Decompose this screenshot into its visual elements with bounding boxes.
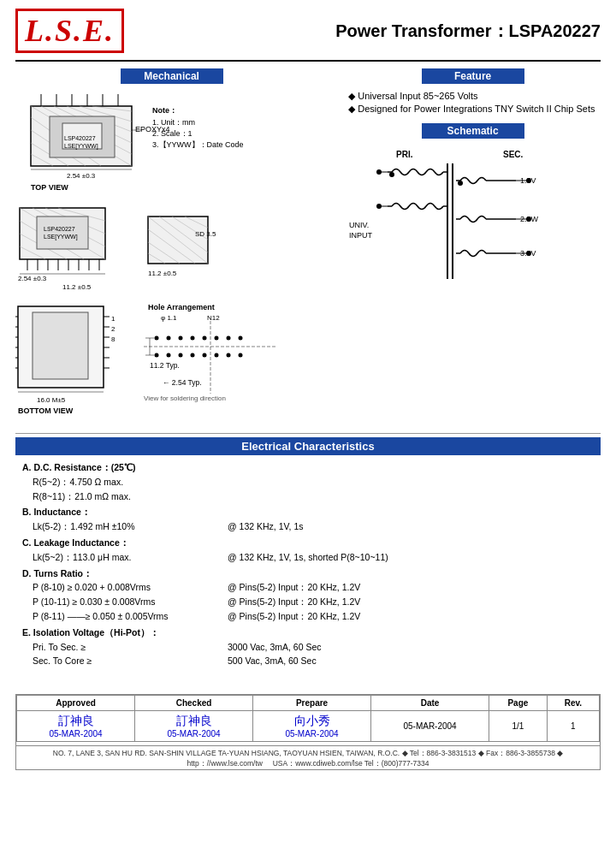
footer-checked-cell: 訂神良 05-MAR-2004 (135, 711, 253, 742)
svg-text:LSE[YYWW]: LSE[YYWW] (64, 143, 98, 150)
usa-value: USA：www.cdiweb.com/lse Tel：(800)777-7334 (273, 759, 429, 768)
electrical-header: Electrical Characteristics (15, 437, 601, 455)
feature-item-2: Designed for Power Integrations TNY Swit… (348, 104, 601, 115)
middle-diagrams-svg: LSP420227 LSE[YYWW] 2.54 ±0.3 11.2 (15, 204, 281, 298)
elec-d-left3: P (8-11) ——≥ 0.050 ± 0.005Vrms (22, 609, 210, 624)
mechanical-section: Mechanical (15, 68, 328, 421)
page: L.S.E. Power Transformer：LSPA20227 Mecha… (0, 0, 616, 866)
elec-section-b-label: B. Inductance： (22, 505, 601, 519)
header-title: Power Transformer：LSPA20227 (335, 20, 601, 43)
bottom-diagrams: 16.0 M±5 15.0 M±3 1 2 8 BOTTOM VIEW Hole… (15, 300, 328, 421)
bottom-address: NO. 7, LANE 3, SAN HU RD. SAN-SHIN VILLA… (16, 745, 600, 769)
top-view-diagram: EPOXYx4 LSP420227 LSE[YYWW] 2.54 ±0.3 TO… (15, 87, 328, 200)
svg-point-89 (179, 336, 183, 341)
svg-point-131 (376, 204, 382, 209)
svg-rect-74 (33, 312, 88, 379)
title-prefix: Power Transformer： (335, 21, 508, 40)
elec-d-right2: @ Pins(5-2) Input：20 KHz, 1.2V (228, 595, 360, 609)
svg-point-133 (526, 178, 531, 183)
svg-text:INPUT: INPUT (349, 231, 373, 240)
schematic-diagram: PRI. SEC. UNIV. INPUT (345, 142, 601, 298)
mechanical-label: Mechanical (121, 68, 223, 84)
svg-text:2. Scale：1: 2. Scale：1 (152, 129, 192, 138)
tel-value: Tel：886-3-3831513 (410, 749, 477, 757)
svg-text:View for soldering direction: View for soldering direction (144, 394, 226, 402)
svg-text:N12: N12 (207, 314, 220, 322)
elec-section-e-label: E. Isolation Voltage（Hi-Pot）： (22, 626, 601, 640)
svg-text:1: 1 (111, 315, 116, 323)
svg-text:2.54 ±0.3: 2.54 ±0.3 (18, 275, 47, 282)
footer-col-approved: Approved (17, 696, 135, 711)
svg-point-100 (215, 353, 219, 358)
schematic-label: Schematic (422, 123, 524, 139)
feature-list: Universal Input 85~265 Volts Designed fo… (345, 87, 601, 115)
elec-a-line2: R(8~11)：21.0 mΩ max. (22, 489, 601, 504)
svg-text:LSE[YYWW]: LSE[YYWW] (44, 234, 78, 240)
svg-point-94 (239, 336, 243, 341)
elec-e-row1: Pri. To Sec. ≥ 3000 Vac, 3mA, 60 Sec (22, 640, 601, 655)
bottom-diagrams-svg: 16.0 M±5 15.0 M±3 1 2 8 BOTTOM VIEW Hole… (15, 300, 281, 419)
elec-d-left1: P (8-10) ≥ 0.020 + 0.008Vrms (22, 580, 210, 595)
svg-text:3.【YYWW】：Date Code: 3.【YYWW】：Date Code (152, 140, 244, 149)
elec-d-row1: P (8-10) ≥ 0.020 + 0.008Vrms @ Pins(5-2)… (22, 580, 601, 595)
svg-point-93 (227, 336, 231, 341)
middle-diagrams: LSP420227 LSE[YYWW] 2.54 ±0.3 11.2 (15, 204, 328, 300)
elec-d-row3: P (8-11) ——≥ 0.050 ± 0.005Vrms @ Pins(5-… (22, 609, 601, 624)
logo: L.S.E. (15, 9, 124, 53)
address-text: NO. 7, LANE 3, SAN HU RD. SAN-SHIN VILLA… (53, 749, 400, 757)
svg-text:LSP420227: LSP420227 (44, 226, 75, 232)
svg-rect-37 (37, 216, 88, 249)
footer-page-value: 1/1 (495, 721, 542, 731)
svg-point-139 (458, 181, 463, 186)
svg-text:11.2 ±0.5: 11.2 ±0.5 (62, 283, 92, 291)
svg-text:8: 8 (111, 335, 116, 343)
svg-point-137 (526, 251, 531, 256)
svg-point-90 (191, 336, 195, 341)
svg-text:11.2 Typ.: 11.2 Typ. (150, 361, 180, 370)
prepare-signature: 向小秀 (258, 714, 365, 729)
svg-text:16.0 M±5: 16.0 M±5 (37, 396, 66, 404)
footer-date-cell: 05-MAR-2004 (371, 711, 489, 742)
electrical-content: A. D.C. Resistance：(25℃) R(5~2)：4.750 Ω … (15, 460, 601, 668)
feature-item-1: Universal Input 85~265 Volts (348, 91, 601, 102)
footer-prepare-cell: 向小秀 05-MAR-2004 (253, 711, 371, 742)
svg-text:BOTTOM VIEW: BOTTOM VIEW (18, 406, 74, 415)
footer-rev-value: 1 (553, 721, 594, 731)
svg-text:PRI.: PRI. (396, 150, 413, 159)
svg-text:2: 2 (111, 325, 116, 333)
elec-e-left1: Pri. To Sec. ≥ (22, 640, 210, 655)
footer-page-cell: 1/1 (489, 711, 548, 742)
elec-c-right: @ 132 KHz, 1V, 1s, shorted P(8~10~11) (228, 550, 388, 565)
feature-label: Feature (422, 68, 524, 84)
mechanical-header: Mechanical (15, 68, 328, 84)
svg-text:UNIV.: UNIV. (349, 221, 369, 229)
svg-point-99 (203, 353, 207, 358)
approved-signature: 訂神良 (22, 714, 129, 729)
top-view-svg: EPOXYx4 LSP420227 LSE[YYWW] 2.54 ±0.3 TO… (15, 87, 281, 199)
elec-e-row2: Sec. To Core ≥ 500 Vac, 3mA, 60 Sec (22, 654, 601, 668)
elec-b-right: @ 132 KHz, 1V, 1s (228, 519, 304, 534)
svg-point-129 (376, 169, 382, 175)
elec-section-c-label: C. Leakage Inductance： (22, 536, 601, 550)
svg-text:LSP420227: LSP420227 (64, 135, 96, 141)
svg-point-91 (203, 336, 207, 341)
elec-d-left2: P (10-11) ≥ 0.030 ± 0.008Vrms (22, 595, 210, 609)
svg-text:11.2 ±0.5: 11.2 ±0.5 (148, 270, 177, 277)
left-column: Mechanical (15, 68, 328, 426)
title-part: LSPA20227 (509, 21, 601, 40)
elec-section-a-label: A. D.C. Resistance：(25℃) (22, 460, 601, 475)
elec-d-row2: P (10-11) ≥ 0.030 ± 0.008Vrms @ Pins(5-2… (22, 595, 601, 609)
footer-col-prepare: Prepare (253, 696, 371, 711)
main-content: Mechanical (15, 68, 601, 426)
web-sep: ◆ (557, 749, 563, 757)
approved-date: 05-MAR-2004 (22, 729, 129, 738)
fax-sep: ◆ (478, 749, 486, 757)
footer-col-checked: Checked (135, 696, 253, 711)
svg-point-96 (167, 353, 171, 358)
header: L.S.E. Power Transformer：LSPA20227 (15, 9, 601, 62)
tel-text: ◆ (402, 749, 410, 757)
fax-value: Fax：886-3-3855738 (486, 749, 555, 757)
usa-sep (264, 759, 272, 768)
svg-point-95 (155, 353, 159, 358)
elec-b-left: Lk(5-2)：1.492 mH ±10% (22, 519, 210, 534)
